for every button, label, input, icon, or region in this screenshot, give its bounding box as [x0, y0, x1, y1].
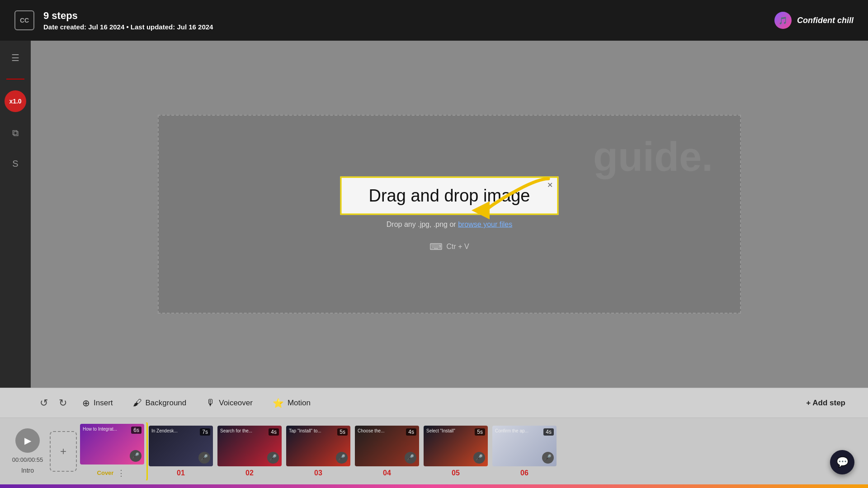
avatar[interactable]: 🎵: [774, 12, 792, 29]
background-icon: 🖌: [133, 398, 142, 408]
canvas-area: guide. Drag and drop image Drop any .jpg…: [31, 41, 868, 388]
timeline-number-02: 02: [245, 469, 254, 477]
thumb-duration-06: 4s: [543, 428, 554, 436]
thumb-title-05: Select "Install": [426, 428, 474, 433]
chat-icon: 💬: [836, 456, 849, 468]
thumbnail-01: In Zendesk...7s🎤: [149, 426, 213, 466]
timeline-item-03[interactable]: Tap "Install" to...5s🎤03: [285, 426, 352, 477]
thumb-title-04: Choose the...: [358, 428, 406, 433]
timeline-number-05: 05: [452, 469, 460, 477]
header-right: 🎵 Confident chill: [774, 12, 854, 29]
canvas-workspace[interactable]: guide. Drag and drop image Drop any .jpg…: [158, 115, 741, 314]
thumb-mic-cover: 🎤: [130, 450, 142, 462]
main-content: ☰ x1.0 ⧉ S guide. Drag and drop image Dr…: [0, 41, 868, 388]
keyboard-hint: ⌨ Ctr + V: [429, 241, 469, 252]
drop-subtitle: Drop any .jpg, .png or browse your files: [387, 221, 512, 229]
top-header: CC 9 steps Date created: Jul 16 2024 • L…: [0, 0, 868, 41]
thumb-mic-01: 🎤: [198, 452, 210, 464]
sidebar-item-menu[interactable]: ☰: [5, 48, 25, 68]
thumb-mic-02: 🎤: [267, 452, 279, 464]
thumb-duration-03: 5s: [337, 428, 348, 436]
timeline-item-02[interactable]: Search for the...4s🎤02: [216, 426, 283, 477]
thumb-duration-cover: 6s: [131, 427, 142, 434]
motion-icon: ⭐: [273, 398, 284, 408]
sidebar-item-other[interactable]: S: [5, 154, 25, 174]
thumb-duration-01: 7s: [200, 428, 210, 436]
timeline-items: How to Integrat...6s🎤Cover⋮In Zendesk...…: [79, 422, 558, 480]
motion-button[interactable]: ⭐ Motion: [264, 394, 319, 412]
browse-files-link[interactable]: browse your files: [458, 221, 512, 228]
thumb-duration-04: 4s: [406, 428, 416, 436]
timeline-item-04[interactable]: Choose the...4s🎤04: [354, 426, 420, 477]
timeline-number-03: 03: [314, 469, 322, 477]
thumb-title-03: Tap "Install" to...: [289, 428, 337, 433]
thumb-title-cover: How to Integrat...: [83, 427, 131, 432]
redo-button[interactable]: ↻: [55, 394, 71, 413]
thumb-duration-02: 4s: [269, 428, 279, 436]
timeline-item-05[interactable]: Select "Install"5s🎤05: [422, 426, 489, 477]
plus-icon: ⊕: [82, 398, 90, 408]
header-title: 9 steps: [43, 10, 213, 22]
header-left: CC 9 steps Date created: Jul 16 2024 • L…: [14, 10, 213, 31]
thumb-title-01: In Zendesk...: [151, 428, 199, 433]
intro-player: ▶ 00:00/00:55 Intro: [7, 428, 48, 474]
sidebar-divider: [6, 79, 24, 80]
timeline-number-06: 06: [520, 469, 528, 477]
timeline-label-cover: Cover: [97, 469, 114, 476]
drag-drop-container: Drag and drop image Drop any .jpg, .png …: [340, 177, 559, 252]
keyboard-icon: ⌨: [429, 241, 443, 252]
thumbnail-03: Tap "Install" to...5s🎤: [286, 426, 350, 466]
timeline-item-06[interactable]: Confirm the ap...4s🎤06: [491, 426, 558, 477]
sidebar-item-zoom[interactable]: x1.0: [5, 90, 26, 112]
chat-bubble[interactable]: 💬: [830, 450, 854, 474]
thumb-mic-04: 🎤: [405, 452, 416, 464]
thumbnail-04: Choose the...4s🎤: [355, 426, 419, 466]
timeline-item-cover[interactable]: How to Integrat...6s🎤Cover⋮: [79, 422, 146, 480]
add-step-button[interactable]: + Add step: [798, 395, 854, 411]
header-info: 9 steps Date created: Jul 16 2024 • Last…: [43, 10, 213, 31]
thumb-title-02: Search for the...: [220, 428, 268, 433]
timeline: ▶ 00:00/00:55 Intro + How to Integrat...…: [0, 418, 868, 484]
thumbnail-06: Confirm the ap...4s🎤: [492, 426, 557, 466]
insert-button[interactable]: ⊕ Insert: [74, 394, 121, 412]
thumb-duration-05: 5s: [475, 428, 485, 436]
guide-watermark: guide.: [593, 134, 713, 180]
intro-label: Intro: [21, 467, 34, 474]
header-subtitle: Date created: Jul 16 2024 • Last updated…: [43, 23, 213, 31]
undo-button[interactable]: ↺: [36, 394, 52, 413]
plus-icon: +: [60, 445, 66, 458]
thumb-mic-06: 🎤: [542, 452, 554, 464]
thumb-mic-05: 🎤: [473, 452, 485, 464]
sidebar-item-copy[interactable]: ⧉: [5, 123, 25, 143]
time-display: 00:00/00:55: [12, 456, 43, 463]
add-frame-button[interactable]: +: [50, 431, 77, 472]
profile-name: Confident chill: [797, 16, 854, 25]
background-button[interactable]: 🖌 Background: [125, 394, 195, 412]
thumbnail-cover: How to Integrat...6s🎤: [80, 424, 144, 465]
cc-icon: CC: [14, 10, 34, 30]
play-button[interactable]: ▶: [15, 428, 40, 453]
thumb-mic-03: 🎤: [336, 452, 348, 464]
thumbnail-05: Select "Install"5s🎤: [424, 426, 488, 466]
bottom-bar: [0, 484, 868, 488]
voiceover-button[interactable]: 🎙 Voiceover: [198, 394, 261, 412]
thumb-title-06: Confirm the ap...: [495, 428, 543, 433]
thumbnail-02: Search for the...4s🎤: [217, 426, 282, 466]
timeline-item-01[interactable]: In Zendesk...7s🎤01: [147, 426, 214, 477]
bottom-toolbar: ↺ ↻ ⊕ Insert 🖌 Background 🎙 Voiceover ⭐ …: [0, 388, 868, 418]
voiceover-icon: 🎙: [206, 398, 215, 408]
sidebar: ☰ x1.0 ⧉ S: [0, 41, 31, 388]
timeline-number-01: 01: [177, 469, 185, 477]
timeline-number-04: 04: [383, 469, 391, 477]
more-button-cover[interactable]: ⋮: [115, 467, 127, 479]
drag-drop-box[interactable]: Drag and drop image: [340, 177, 559, 215]
